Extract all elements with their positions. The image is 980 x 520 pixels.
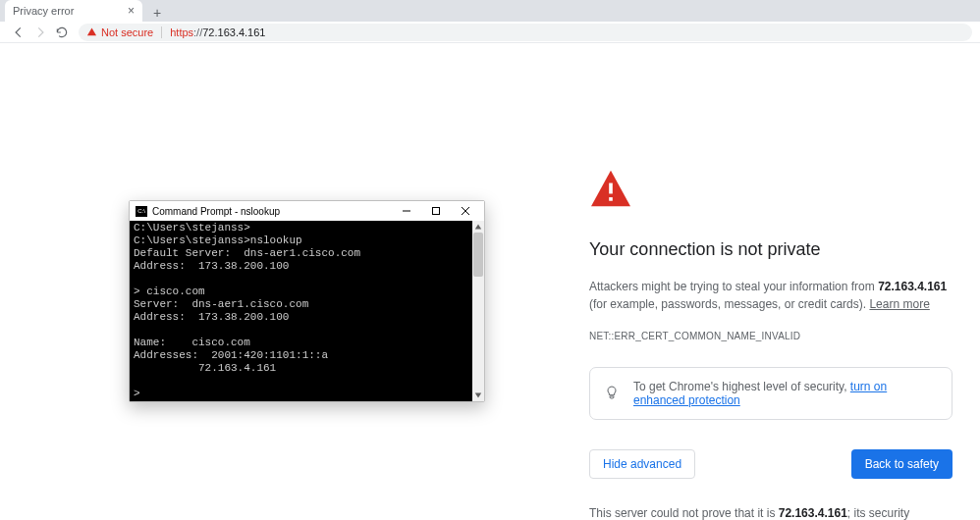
warn-body-ip: 72.163.4.161 xyxy=(878,280,947,293)
warn-body-suffix: (for example, passwords, messages, or cr… xyxy=(589,297,869,311)
tab-bar: Privacy error × + xyxy=(0,0,980,22)
address-bar: Not secure https://72.163.4.161 xyxy=(0,22,980,43)
scroll-thumb[interactable] xyxy=(473,233,483,277)
tab-title: Privacy error xyxy=(13,5,74,17)
close-button[interactable] xyxy=(451,202,480,220)
window-controls xyxy=(392,202,480,220)
warning-triangle-icon xyxy=(86,26,97,37)
scroll-up-arrow-icon[interactable] xyxy=(472,221,484,233)
page-content: Your connection is not private Attackers… xyxy=(0,43,980,520)
danger-triangle-icon xyxy=(589,169,953,212)
scroll-down-arrow-icon[interactable] xyxy=(472,390,484,401)
url-scheme: https xyxy=(170,26,193,38)
back-button[interactable] xyxy=(8,22,29,43)
minimize-button[interactable] xyxy=(392,202,421,220)
advanced-explanation: This server could not prove that it is 7… xyxy=(589,504,953,520)
tab-close-icon[interactable]: × xyxy=(128,4,135,18)
warning-title: Your connection is not private xyxy=(589,239,953,260)
maximize-button[interactable] xyxy=(421,202,451,220)
svg-rect-3 xyxy=(433,208,440,215)
adv-a: This server could not prove that it is xyxy=(589,506,779,520)
cmd-body-wrap: C:\Users\stejanss> C:\Users\stejanss>nsl… xyxy=(130,221,484,401)
learn-more-link[interactable]: Learn more xyxy=(869,297,929,311)
error-code: NET::ERR_CERT_COMMON_NAME_INVALID xyxy=(589,331,953,341)
cmd-titlebar[interactable]: C:\ Command Prompt - nslookup xyxy=(130,201,484,221)
cmd-window-title: Command Prompt - nslookup xyxy=(152,206,392,217)
warning-button-row: Hide advanced Back to safety xyxy=(589,449,953,479)
warning-body: Attackers might be trying to steal your … xyxy=(589,278,953,313)
reload-button[interactable] xyxy=(51,22,73,43)
url-text: https://72.163.4.161 xyxy=(170,26,265,38)
url-host: 72.163.4.161 xyxy=(202,26,265,38)
adv-ip: 72.163.4.161 xyxy=(779,506,847,520)
lightbulb-icon xyxy=(604,385,620,403)
not-secure-badge[interactable]: Not secure xyxy=(86,26,162,38)
svg-rect-1 xyxy=(609,197,613,201)
svg-rect-0 xyxy=(609,183,613,194)
back-to-safety-button[interactable]: Back to safety xyxy=(851,449,953,479)
address-field[interactable]: Not secure https://72.163.4.161 xyxy=(79,24,972,41)
forward-button[interactable] xyxy=(29,22,51,43)
enhanced-protection-box: To get Chrome's highest level of securit… xyxy=(589,367,953,420)
new-tab-button[interactable]: + xyxy=(146,4,168,22)
warn-body-prefix: Attackers might be trying to steal your … xyxy=(589,280,878,293)
command-prompt-window: C:\ Command Prompt - nslookup C:\Users\s… xyxy=(129,200,485,402)
cmd-scrollbar[interactable] xyxy=(472,221,484,401)
url-sep: :// xyxy=(193,26,202,38)
browser-tab[interactable]: Privacy error × xyxy=(5,0,142,22)
hide-advanced-button[interactable]: Hide advanced xyxy=(589,449,695,479)
privacy-warning-panel: Your connection is not private Attackers… xyxy=(589,169,953,520)
not-secure-label: Not secure xyxy=(101,26,153,38)
enhanced-prefix: To get Chrome's highest level of securit… xyxy=(633,380,850,393)
cmd-icon: C:\ xyxy=(136,206,147,217)
cmd-output[interactable]: C:\Users\stejanss> C:\Users\stejanss>nsl… xyxy=(130,221,484,401)
